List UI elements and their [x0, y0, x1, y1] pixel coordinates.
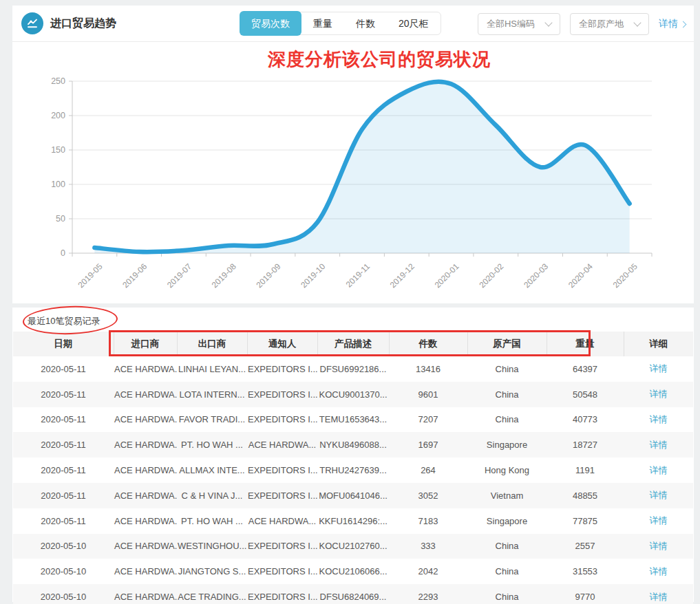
- detail-cell: 详情: [624, 457, 693, 483]
- table-cell: 1697: [389, 432, 467, 457]
- table-cell: 13416: [389, 356, 467, 382]
- table-cell: 333: [389, 534, 467, 559]
- column-header-1: 进口商: [114, 332, 177, 356]
- table-cell: WESTINGHOU...: [177, 534, 247, 559]
- table-cell: 3052: [389, 483, 467, 508]
- svg-text:2019-09: 2019-09: [255, 261, 283, 290]
- table-row: 2020-05-11ACE HARDWA...LOTA INTERN...EXP…: [13, 382, 693, 407]
- row-detail-link[interactable]: 详情: [650, 389, 668, 399]
- filter-dropdown-1[interactable]: 全部原产地: [570, 13, 649, 35]
- tab-3[interactable]: 20尺柜: [387, 12, 441, 35]
- table-row: 2020-05-10ACE HARDWA...WESTINGHOU...EXPE…: [13, 534, 693, 559]
- column-header-3: 通知人: [247, 332, 317, 356]
- row-detail-link[interactable]: 详情: [650, 440, 668, 450]
- column-header-5: 件数: [389, 332, 467, 356]
- table-cell: EXPEDITORS I...: [247, 483, 317, 508]
- detail-cell: 详情: [624, 432, 693, 457]
- table-cell: ACE HARDWA...: [114, 407, 177, 433]
- table-cell: 50548: [547, 382, 624, 407]
- table-cell: EXPEDITORS I...: [247, 534, 317, 559]
- tab-2[interactable]: 件数: [344, 12, 387, 35]
- table-cell: FAVOR TRADI...: [177, 407, 247, 433]
- table-row: 2020-05-11ACE HARDWA...C & H VINA J...EX…: [13, 483, 693, 508]
- table-cell: ACE HARDWA...: [114, 559, 177, 584]
- table-cell: 7207: [389, 407, 467, 433]
- table-cell: ACE HARDWA...: [247, 432, 317, 457]
- table-cell: China: [467, 356, 547, 382]
- area-chart-canvas: 0501001502002502019-052019-062019-072019…: [12, 42, 694, 304]
- table-cell: 2020-05-11: [13, 407, 114, 433]
- section-label: 最近10笔贸易记录: [28, 315, 100, 327]
- table-row: 2020-05-11ACE HARDWA...LINHAI LEYAN...EX…: [13, 356, 693, 382]
- table-cell: LOTA INTERN...: [177, 382, 247, 407]
- detail-cell: 详情: [624, 407, 693, 433]
- svg-text:2019-11: 2019-11: [344, 261, 372, 290]
- table-cell: 2020-05-11: [13, 356, 114, 382]
- table-cell: ACE HARDWA...: [114, 534, 177, 559]
- table-cell: ALLMAX INTE...: [177, 457, 247, 483]
- table-cell: Vietnam: [467, 483, 547, 508]
- table-cell: China: [467, 382, 547, 407]
- table-row: 2020-05-10ACE HARDWA...JIANGTONG S...EXP…: [13, 559, 693, 584]
- svg-text:2019-07: 2019-07: [165, 261, 193, 290]
- row-detail-link[interactable]: 详情: [650, 414, 668, 424]
- table-cell: EXPEDITORS I...: [247, 584, 317, 604]
- table-cell: 2020-05-11: [13, 432, 114, 457]
- table-cell: KKFU1614296:...: [317, 508, 389, 534]
- row-detail-link[interactable]: 详情: [650, 363, 668, 374]
- table-cell: 48855: [547, 483, 624, 508]
- tab-1[interactable]: 重量: [301, 12, 344, 35]
- table-cell: 264: [389, 457, 467, 483]
- svg-text:2019-10: 2019-10: [299, 261, 327, 290]
- table-cell: 31553: [547, 559, 624, 584]
- svg-text:150: 150: [51, 145, 65, 155]
- svg-text:2020-04: 2020-04: [566, 261, 595, 290]
- column-header-7: 重量: [547, 332, 624, 356]
- table-cell: DFSU6992186...: [317, 356, 389, 382]
- table-cell: PT. HO WAH ...: [177, 508, 247, 534]
- table-cell: ACE HARDWA...: [114, 457, 177, 483]
- filter-dropdown-0[interactable]: 全部HS编码: [478, 13, 560, 35]
- header-detail-link[interactable]: 详情: [659, 18, 686, 30]
- trend-panel: 进口贸易趋势 贸易次数重量件数20尺柜 全部HS编码全部原产地 详情 深度分析该…: [12, 6, 694, 303]
- svg-text:2019-05: 2019-05: [76, 261, 104, 290]
- table-cell: 40773: [547, 407, 624, 433]
- row-detail-link[interactable]: 详情: [650, 490, 668, 500]
- row-detail-link[interactable]: 详情: [650, 566, 668, 576]
- table-cell: 9601: [389, 382, 467, 407]
- column-header-6: 原产国: [467, 332, 547, 356]
- row-detail-link[interactable]: 详情: [650, 541, 668, 551]
- table-cell: ACE HARDWA...: [114, 356, 177, 382]
- table-cell: ACE HARDWA...: [114, 584, 177, 604]
- svg-text:250: 250: [51, 76, 65, 86]
- detail-cell: 详情: [624, 508, 693, 534]
- table-cell: MOFU0641046...: [317, 483, 389, 508]
- table-cell: ACE HARDWA...: [114, 382, 177, 407]
- detail-cell: 详情: [624, 483, 693, 508]
- table-cell: EXPEDITORS I...: [247, 457, 317, 483]
- records-panel: 最近10笔贸易记录 日期进口商出口商通知人产品描述件数原产国重量详细 2020-…: [12, 308, 694, 602]
- metric-tab-group: 贸易次数重量件数20尺柜: [240, 12, 441, 35]
- column-header-2: 出口商: [177, 332, 247, 356]
- table-cell: ACE HARDWA...: [247, 508, 317, 534]
- svg-text:0: 0: [61, 248, 65, 258]
- table-cell: 2020-05-11: [13, 382, 114, 407]
- row-detail-link[interactable]: 详情: [650, 515, 668, 526]
- svg-text:100: 100: [51, 180, 65, 189]
- table-cell: Hong Kong: [467, 457, 547, 483]
- panel-header: 进口贸易趋势 贸易次数重量件数20尺柜 全部HS编码全部原产地 详情: [12, 6, 694, 42]
- table-cell: 2020-05-10: [13, 559, 114, 584]
- table-cell: TRHU2427639...: [317, 457, 389, 483]
- filter-dropdown-label: 全部HS编码: [487, 18, 535, 30]
- column-header-0: 日期: [13, 332, 114, 356]
- filter-area: 全部HS编码全部原产地 详情: [478, 13, 686, 35]
- trend-chart-icon: [21, 12, 43, 34]
- svg-text:50: 50: [56, 214, 65, 224]
- table-cell: 1191: [547, 457, 624, 483]
- table-row: 2020-05-11ACE HARDWA...FAVOR TRADI...EXP…: [13, 407, 693, 433]
- detail-cell: 详情: [624, 356, 693, 382]
- table-cell: KOCU2102760...: [317, 534, 389, 559]
- row-detail-link[interactable]: 详情: [650, 592, 668, 602]
- row-detail-link[interactable]: 详情: [650, 465, 668, 475]
- tab-0[interactable]: 贸易次数: [240, 11, 301, 36]
